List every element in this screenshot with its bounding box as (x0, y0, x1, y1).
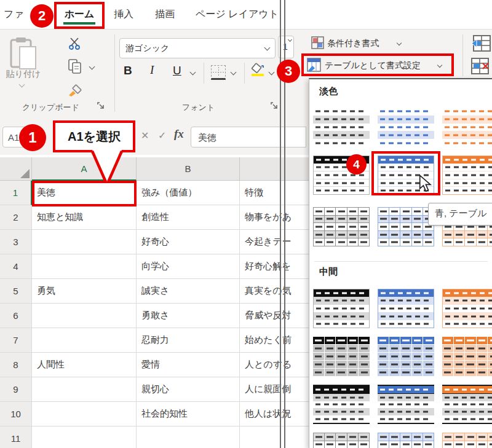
tab-home-highlight-box[interactable]: ホーム (54, 2, 105, 29)
cut-icon[interactable] (68, 37, 81, 50)
row-number-9[interactable]: 9 (0, 377, 32, 402)
format-as-table-button[interactable]: テーブルとして書式設定 (325, 60, 421, 71)
name-box-value: A1 (8, 132, 19, 143)
cell-a-8[interactable]: 人間性 (32, 353, 137, 377)
copy-icon[interactable] (68, 59, 82, 74)
borders-icon[interactable] (211, 65, 226, 80)
table-style-mlines-blue[interactable] (378, 385, 434, 424)
tab-draw[interactable]: 描画 (155, 8, 175, 21)
table-style-banded-blue[interactable] (378, 108, 434, 147)
row-number-3[interactable]: 3 (0, 230, 32, 254)
font-dialog-launcher-icon[interactable] (271, 102, 279, 110)
cell-b-1[interactable]: 強み（価値） (137, 181, 240, 205)
cell-b-3[interactable]: 好奇心 (137, 230, 240, 254)
fill-color-dropdown-chevron[interactable] (269, 69, 275, 76)
row-number-2[interactable]: 2 (0, 205, 32, 230)
format-as-table-chevron[interactable] (437, 63, 442, 68)
step-2-badge: 2 (30, 4, 54, 28)
cell-a-5[interactable]: 勇気 (32, 279, 137, 304)
cell-b-5[interactable]: 誠実さ (137, 279, 240, 304)
table-style-grid-gray[interactable] (313, 207, 370, 246)
table-style-mbanded-blue[interactable] (378, 289, 434, 328)
row-number-7[interactable]: 7 (0, 328, 32, 353)
cell-b-11[interactable] (137, 426, 240, 448)
cell-a-10[interactable] (32, 402, 137, 426)
table-style-mgrid-blue[interactable] (378, 337, 434, 376)
cancel-icon[interactable]: ✕ (141, 130, 149, 141)
tab-file[interactable]: ファ (4, 8, 24, 21)
table-style-mgrid2-orange[interactable] (442, 433, 492, 448)
cell-a-3[interactable] (32, 230, 137, 254)
tab-home[interactable]: ホーム (65, 8, 95, 21)
cell-a-4[interactable] (32, 254, 137, 279)
underline-button[interactable]: U (173, 64, 181, 77)
cell-a-7[interactable] (32, 328, 137, 353)
select-all-corner[interactable] (0, 157, 32, 181)
cell-b-7[interactable]: 忍耐力 (137, 328, 240, 353)
paste-icon[interactable] (10, 37, 37, 70)
font-name-combobox[interactable]: 游ゴシック (119, 38, 276, 58)
cell-b-2[interactable]: 創造性 (137, 205, 240, 230)
delete-cells-icon[interactable] (471, 58, 491, 74)
cell-a-11[interactable] (32, 426, 137, 448)
tab-page-layout[interactable]: ページ レイアウト (196, 8, 279, 21)
cell-b-9[interactable]: 親切心 (137, 377, 240, 402)
fill-color-icon[interactable] (250, 63, 266, 77)
home-tab-active-underline (63, 22, 95, 25)
table-style-banded-orange[interactable] (442, 108, 492, 147)
formula-input[interactable]: 美徳 (191, 127, 306, 147)
cell-b-4[interactable]: 向学心 (137, 254, 240, 279)
paste-dropdown-chevron[interactable] (19, 82, 25, 88)
italic-button[interactable]: I (150, 63, 154, 77)
medium-section-label: 中間 (319, 266, 338, 278)
style-tooltip-label: 青, テーブル (435, 208, 486, 218)
table-style-mbanded-black[interactable] (313, 289, 370, 328)
bold-button[interactable]: B (124, 64, 132, 77)
table-style-mgrid-orange[interactable] (442, 337, 492, 376)
tab-insert[interactable]: 挿入 (114, 8, 133, 21)
conditional-formatting-button[interactable]: 条件付き書式 (327, 38, 379, 49)
formula-bar: A1 ✕ ✓ fx 美徳 (0, 118, 309, 155)
column-header-b[interactable]: B (137, 157, 240, 181)
paste-button-label[interactable]: 貼り付け (4, 69, 43, 80)
table-style-mgrid2-blue[interactable] (378, 433, 434, 448)
table-style-mgrid-black[interactable] (313, 337, 370, 376)
copy-dropdown-chevron[interactable] (89, 64, 95, 70)
format-painter-icon[interactable] (67, 81, 83, 97)
cell-a-9[interactable] (32, 377, 137, 402)
cell-a-2[interactable]: 知恵と知識 (32, 205, 137, 230)
table-style-header-orange[interactable] (442, 155, 492, 195)
callout-a1-label: A1を選択 (68, 128, 121, 145)
underline-dropdown-chevron[interactable] (190, 69, 196, 76)
table-style-mlines-black[interactable] (313, 385, 370, 424)
cell-b-8[interactable]: 愛情 (137, 353, 240, 377)
conditional-formatting-chevron[interactable] (397, 41, 402, 45)
row-number-4[interactable]: 4 (0, 254, 32, 279)
insert-cells-icon[interactable] (471, 35, 491, 52)
callout-a1: A1を選択 (53, 120, 135, 152)
fx-icon[interactable]: fx (174, 127, 184, 141)
enter-icon[interactable]: ✓ (158, 130, 166, 141)
row-number-6[interactable]: 6 (0, 304, 32, 328)
row-number-1[interactable]: 1 (0, 181, 32, 205)
step-4-badge: 4 (346, 154, 367, 175)
table-style-mbanded-orange[interactable] (442, 289, 492, 328)
cell-b-10[interactable]: 社会的知性 (137, 402, 240, 426)
conditional-formatting-icon[interactable] (311, 36, 324, 49)
excel-window: ファ 挿入 描画 ページ レイアウト ホーム 貼り付け (0, 0, 492, 448)
row-number-11[interactable]: 11 (0, 426, 32, 448)
table-style-mgrid2-gray[interactable] (313, 433, 370, 448)
row-number-5[interactable]: 5 (0, 279, 32, 304)
borders-dropdown-chevron[interactable] (231, 69, 237, 76)
clipboard-dialog-launcher-icon[interactable] (97, 102, 105, 110)
table-style-grid-blue[interactable] (378, 207, 434, 246)
formula-value: 美徳 (198, 132, 216, 144)
format-as-table-icon[interactable] (307, 58, 321, 72)
table-style-mlines-orange[interactable] (442, 385, 492, 424)
cell-b-6[interactable]: 勇敢さ (137, 304, 240, 328)
row-number-8[interactable]: 8 (0, 353, 32, 377)
cell-a-6[interactable] (32, 304, 137, 328)
row-number-10[interactable]: 10 (0, 402, 32, 426)
table-style-banded-gray[interactable] (313, 108, 370, 147)
font-name-value: 游ゴシック (125, 43, 169, 54)
